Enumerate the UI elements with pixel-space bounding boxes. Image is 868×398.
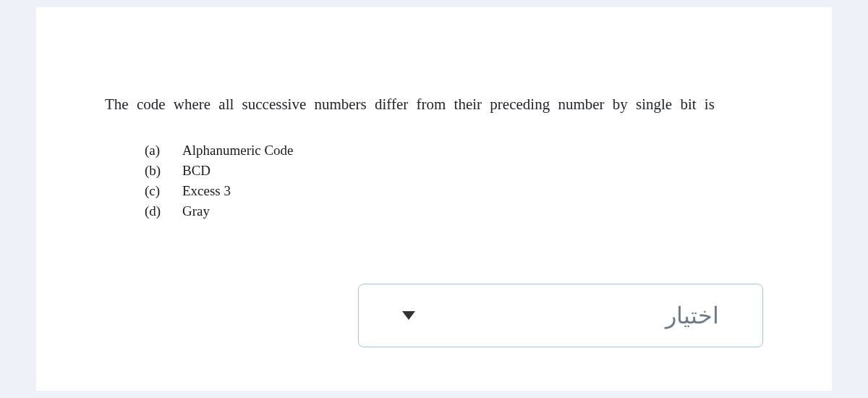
option-text: Gray [182, 203, 210, 219]
question-text: The code where all successive numbers di… [105, 94, 763, 115]
answer-select[interactable]: اختيار [358, 284, 763, 347]
option-a: (a) Alphanumeric Code [145, 143, 763, 158]
question-card: The code where all successive numbers di… [36, 7, 832, 391]
option-label: (a) [145, 143, 182, 158]
chevron-down-icon [402, 311, 415, 320]
option-b: (b) BCD [145, 163, 763, 179]
select-placeholder: اختيار [665, 302, 719, 329]
option-text: Excess 3 [182, 183, 231, 199]
option-text: BCD [182, 163, 210, 179]
option-label: (d) [145, 203, 182, 219]
options-list: (a) Alphanumeric Code (b) BCD (c) Excess… [145, 143, 763, 219]
answer-select-wrap: اختيار [358, 284, 763, 347]
option-d: (d) Gray [145, 203, 763, 219]
option-c: (c) Excess 3 [145, 183, 763, 199]
option-label: (b) [145, 163, 182, 179]
option-text: Alphanumeric Code [182, 143, 294, 158]
option-label: (c) [145, 183, 182, 199]
